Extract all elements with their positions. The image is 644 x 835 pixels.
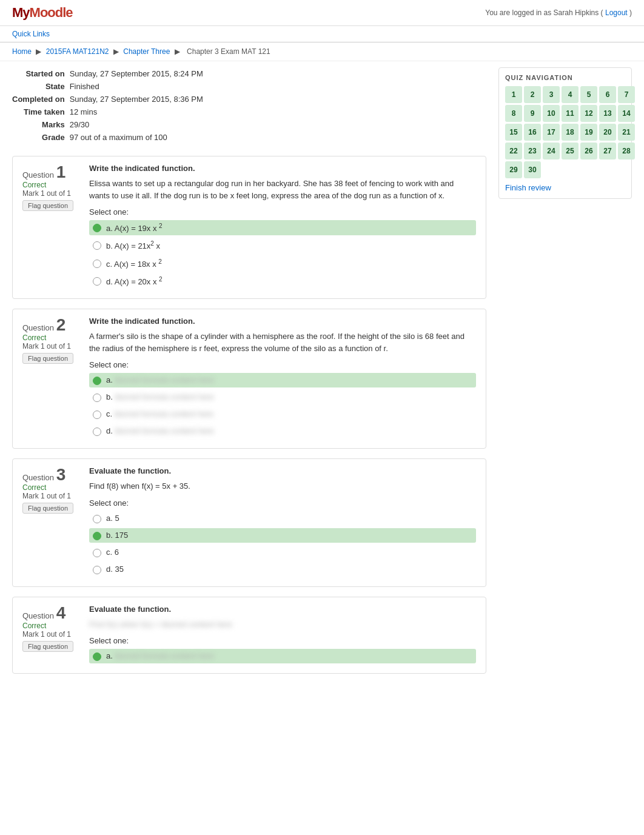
logout-link[interactable]: Logout xyxy=(605,8,628,17)
nav-item-2[interactable]: 2 xyxy=(524,86,541,103)
nav-item-26[interactable]: 26 xyxy=(580,143,597,159)
logo-area: MyMoodle xyxy=(12,5,73,21)
question-status-4: Correct xyxy=(22,622,89,630)
question-text-3: Evaluate the function. xyxy=(89,466,476,475)
question-block-3: Question 3CorrectMark 1 out of 1Flag que… xyxy=(12,458,486,587)
option-3-3[interactable]: d. 35 xyxy=(89,562,476,577)
nav-item-10[interactable]: 10 xyxy=(543,105,560,122)
quiz-info-table: Started on Sunday, 27 September 2015, 8:… xyxy=(12,67,209,144)
state-label: State xyxy=(12,80,70,93)
nav-item-9[interactable]: 9 xyxy=(524,105,541,122)
radio-2-2 xyxy=(93,411,101,419)
nav-item-23[interactable]: 23 xyxy=(524,143,541,159)
started-on-label: Started on xyxy=(12,67,70,80)
question-mark-4: Mark 1 out of 1 xyxy=(22,630,89,639)
nav-item-18[interactable]: 18 xyxy=(562,124,579,141)
content-area: Started on Sunday, 27 September 2015, 8:… xyxy=(12,67,486,683)
completed-on-label: Completed on xyxy=(12,93,70,106)
radio-2-0 xyxy=(93,377,101,385)
quick-links[interactable]: Quick Links xyxy=(0,26,644,42)
flag-question-2[interactable]: Flag question xyxy=(22,353,73,364)
time-taken-value: 12 mins xyxy=(70,106,209,118)
grade-value: 97 out of a maximum of 100 xyxy=(70,131,209,144)
question-body-2: A farmer's silo is the shape of a cylind… xyxy=(89,330,476,354)
select-one-3: Select one: xyxy=(89,498,476,508)
option-1-3[interactable]: d. A(x) = 20x x 2 xyxy=(89,273,476,289)
user-info: You are logged in as Sarah Hipkins ( Log… xyxy=(485,8,632,17)
question-label-4: Question 4 xyxy=(22,605,89,622)
breadcrumb-home[interactable]: Home xyxy=(12,47,32,56)
question-block-2: Question 2CorrectMark 1 out of 1Flag que… xyxy=(12,309,486,449)
nav-item-15[interactable]: 15 xyxy=(505,124,522,141)
time-taken-label: Time taken xyxy=(12,106,70,118)
question-body-blurred-4: Find f(x) when f(x) = blurred content he… xyxy=(89,619,476,631)
nav-item-21[interactable]: 21 xyxy=(618,124,635,141)
nav-item-30[interactable]: 30 xyxy=(524,161,541,178)
question-label-1: Question 1 xyxy=(22,164,89,181)
user-text: You are logged in as Sarah Hipkins ( xyxy=(485,8,603,17)
nav-item-17[interactable]: 17 xyxy=(543,124,560,141)
quiz-nav: QUIZ NAVIGATION 123456789101112131415161… xyxy=(498,67,632,199)
nav-item-24[interactable]: 24 xyxy=(543,143,560,159)
select-one-2: Select one: xyxy=(89,360,476,369)
flag-question-4[interactable]: Flag question xyxy=(22,641,73,652)
radio-1-3 xyxy=(93,277,101,286)
question-mark-2: Mark 1 out of 1 xyxy=(22,342,89,350)
flag-question-3[interactable]: Flag question xyxy=(22,503,73,514)
nav-item-20[interactable]: 20 xyxy=(599,124,616,141)
nav-item-12[interactable]: 12 xyxy=(580,105,597,122)
breadcrumb-chapter[interactable]: Chapter Three xyxy=(123,47,170,56)
nav-item-6[interactable]: 6 xyxy=(599,86,616,103)
nav-item-8[interactable]: 8 xyxy=(505,105,522,122)
nav-item-4[interactable]: 4 xyxy=(562,86,579,103)
completed-on-value: Sunday, 27 September 2015, 8:36 PM xyxy=(70,93,209,106)
breadcrumb-exam: Chapter 3 Exam MAT 121 xyxy=(187,47,270,56)
breadcrumb-course[interactable]: 2015FA MAT121N2 xyxy=(46,47,109,56)
nav-item-28[interactable]: 28 xyxy=(618,143,635,159)
nav-item-5[interactable]: 5 xyxy=(580,86,597,103)
nav-item-29[interactable]: 29 xyxy=(505,161,522,178)
radio-3-3 xyxy=(93,566,101,574)
flag-question-1[interactable]: Flag question xyxy=(22,200,73,211)
nav-item-25[interactable]: 25 xyxy=(562,143,579,159)
questions-container: Question 1CorrectMark 1 out of 1Flag que… xyxy=(12,156,486,674)
nav-item-3[interactable]: 3 xyxy=(543,86,560,103)
option-4-0[interactable]: a. blurred formula content here xyxy=(89,649,476,663)
option-2-1[interactable]: b. blurred formula content here xyxy=(89,390,476,404)
finish-review-link[interactable]: Finish review xyxy=(505,183,551,192)
question-status-1: Correct xyxy=(22,181,89,189)
nav-item-19[interactable]: 19 xyxy=(580,124,597,141)
option-2-2[interactable]: c. blurred formula content here xyxy=(89,407,476,421)
nav-item-22[interactable]: 22 xyxy=(505,143,522,159)
question-label-3: Question 3 xyxy=(22,466,89,483)
radio-4-0 xyxy=(93,652,101,661)
option-1-0[interactable]: a. A(x) = 19x x 2 xyxy=(89,220,476,235)
question-body-1: Elissa wants to set up a rectangular dog… xyxy=(89,178,476,201)
radio-3-0 xyxy=(93,515,101,523)
option-2-0[interactable]: a. blurred formula content here xyxy=(89,373,476,387)
nav-item-7[interactable]: 7 xyxy=(618,86,635,103)
option-3-2[interactable]: c. 6 xyxy=(89,545,476,560)
question-text-2: Write the indicated function. xyxy=(89,317,476,326)
nav-item-14[interactable]: 14 xyxy=(618,105,635,122)
option-1-2[interactable]: c. A(x) = 18x x 2 xyxy=(89,256,476,271)
started-on-value: Sunday, 27 September 2015, 8:24 PM xyxy=(70,67,209,80)
option-2-3[interactable]: d. blurred formula content here xyxy=(89,424,476,438)
radio-1-1 xyxy=(93,241,101,250)
radio-1-2 xyxy=(93,260,101,268)
option-3-1[interactable]: b. 175 xyxy=(89,528,476,543)
question-status-3: Correct xyxy=(22,483,89,492)
radio-3-2 xyxy=(93,549,101,557)
nav-grid: 1234567891011121314151617181920212223242… xyxy=(505,86,625,178)
nav-item-27[interactable]: 27 xyxy=(599,143,616,159)
option-3-0[interactable]: a. 5 xyxy=(89,511,476,526)
nav-item-13[interactable]: 13 xyxy=(599,105,616,122)
question-block-1: Question 1CorrectMark 1 out of 1Flag que… xyxy=(12,156,486,299)
nav-item-16[interactable]: 16 xyxy=(524,124,541,141)
nav-item-11[interactable]: 11 xyxy=(562,105,579,122)
question-text-1: Write the indicated function. xyxy=(89,164,476,173)
nav-item-1[interactable]: 1 xyxy=(505,86,522,103)
marks-value: 29/30 xyxy=(70,118,209,131)
option-1-1[interactable]: b. A(x) = 21x2 x xyxy=(89,238,476,253)
main-layout: Started on Sunday, 27 September 2015, 8:… xyxy=(0,61,644,689)
